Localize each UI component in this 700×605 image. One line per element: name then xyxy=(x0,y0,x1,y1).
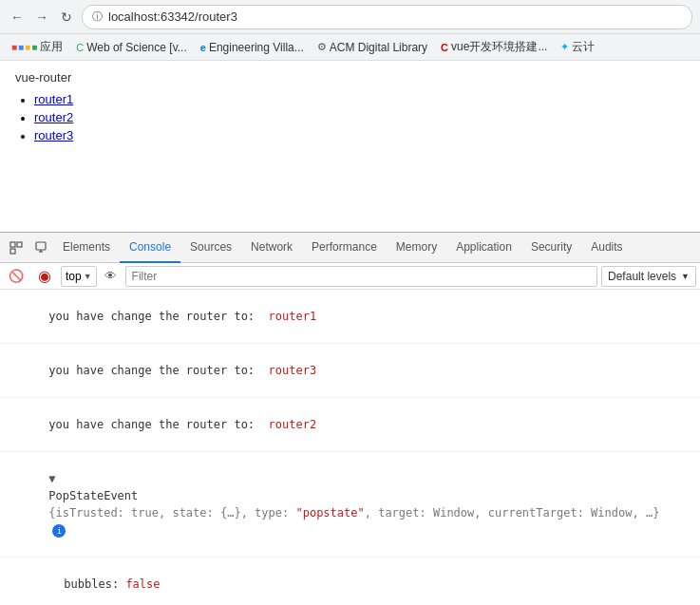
bookmark-acm[interactable]: ⚙ ACM Digital Library xyxy=(313,39,431,56)
lock-icon: ⓘ xyxy=(92,9,103,24)
bookmarks-bar: ■■■■ 应用 C Web of Science [v... e Enginee… xyxy=(0,34,700,61)
list-item-router3[interactable]: router3 xyxy=(34,128,685,142)
tab-sources[interactable]: Sources xyxy=(180,233,241,263)
bookmark-web-of-science[interactable]: C Web of Science [v... xyxy=(72,39,191,56)
list-item-router1[interactable]: router1 xyxy=(34,92,685,106)
no-icon[interactable]: ◉ xyxy=(32,264,57,289)
page-content: vue-router router1 router2 router3 xyxy=(0,61,700,232)
expand-arrow[interactable]: ▼ xyxy=(48,472,55,485)
info-icon[interactable]: i xyxy=(52,524,66,538)
tab-application[interactable]: Application xyxy=(446,233,521,263)
console-line: you have change the router to: router2 xyxy=(0,398,700,452)
tab-elements[interactable]: Elements xyxy=(53,233,120,263)
page-title: vue-router xyxy=(15,70,685,85)
default-levels-dropdown[interactable]: Default levels ▼ xyxy=(601,266,696,287)
svg-rect-2 xyxy=(10,249,15,254)
back-button[interactable]: ← xyxy=(8,8,27,27)
default-levels-label: Default levels xyxy=(608,270,676,283)
devtools-panel: Elements Console Sources Network Perform… xyxy=(0,232,700,605)
ev-icon: e xyxy=(200,42,206,53)
reload-button[interactable]: ↻ xyxy=(57,8,76,27)
context-value: top xyxy=(66,270,82,283)
bookmark-apps[interactable]: ■■■■ 应用 xyxy=(8,37,66,57)
tab-network[interactable]: Network xyxy=(241,233,302,263)
list-item-router2[interactable]: router2 xyxy=(34,110,685,124)
bookmark-cloud[interactable]: ✦ 云计 xyxy=(557,37,598,57)
tab-security[interactable]: Security xyxy=(521,233,581,263)
console-line: you have change the router to: router3 xyxy=(0,344,700,398)
console-line-popstate[interactable]: ▼ PopStateEvent {isTrusted: true, state:… xyxy=(0,452,700,558)
router3-link[interactable]: router3 xyxy=(34,128,73,142)
inspect-element-button[interactable] xyxy=(4,236,28,260)
ws-icon: C xyxy=(76,42,84,53)
console-line: you have change the router to: router1 xyxy=(0,290,700,344)
console-prop-bubbles: bubbles: false xyxy=(0,558,700,605)
device-toolbar-button[interactable] xyxy=(28,236,53,260)
svg-rect-1 xyxy=(17,242,22,247)
svg-rect-3 xyxy=(36,242,46,250)
tab-console[interactable]: Console xyxy=(120,233,180,263)
devtools-tab-bar: Elements Console Sources Network Perform… xyxy=(0,233,700,263)
tab-audits[interactable]: Audits xyxy=(581,233,632,263)
vue-icon: C xyxy=(441,42,448,53)
router1-link[interactable]: router1 xyxy=(34,92,73,106)
address-bar[interactable]: ⓘ localhost:63342/router3 xyxy=(82,5,692,29)
bookmark-engineering-villa[interactable]: e Engineering Villa... xyxy=(197,39,308,56)
clear-console-button[interactable]: 🚫 xyxy=(4,264,28,289)
context-dropdown-arrow: ▼ xyxy=(84,272,92,281)
tab-performance[interactable]: Performance xyxy=(302,233,387,263)
tab-memory[interactable]: Memory xyxy=(387,233,446,263)
router-list: router1 router2 router3 xyxy=(15,92,685,142)
browser-toolbar: ← → ↻ ⓘ localhost:63342/router3 xyxy=(0,0,700,34)
forward-button[interactable]: → xyxy=(32,8,51,27)
eye-button[interactable]: 👁 xyxy=(101,266,122,287)
filter-input[interactable] xyxy=(125,266,597,287)
svg-rect-0 xyxy=(10,242,15,247)
cloud-icon: ✦ xyxy=(560,41,569,53)
url-text: localhost:63342/router3 xyxy=(108,9,237,24)
default-levels-arrow: ▼ xyxy=(681,272,690,281)
bookmark-vue[interactable]: C vue开发环境搭建... xyxy=(437,37,551,57)
router2-link[interactable]: router2 xyxy=(34,110,73,124)
acm-icon: ⚙ xyxy=(317,41,327,53)
context-selector[interactable]: top ▼ xyxy=(61,266,97,287)
console-output: you have change the router to: router1 y… xyxy=(0,290,700,605)
console-toolbar: 🚫 ◉ top ▼ 👁 Default levels ▼ xyxy=(0,263,700,290)
